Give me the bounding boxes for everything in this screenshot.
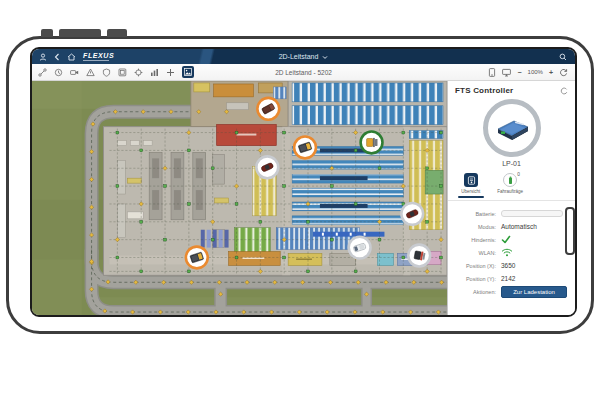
orders-badge: 0 <box>517 172 520 177</box>
history-icon[interactable] <box>54 68 63 77</box>
tab-uebersicht[interactable]: Übersicht <box>458 173 484 198</box>
zur-ladestation-button[interactable]: Zur Ladestation <box>501 286 567 298</box>
active-tab-underline <box>458 196 484 198</box>
field-batterie: Batterie: <box>448 207 569 220</box>
vehicle-marker-truck[interactable] <box>257 97 280 120</box>
tablet-screen: FLEXUS 2D-Leitstand <box>30 47 577 317</box>
vehicle-marker-van[interactable] <box>348 236 371 259</box>
shield-icon[interactable] <box>102 68 111 77</box>
orders-icon: 0 <box>503 173 517 187</box>
vehicle-marker-agv[interactable] <box>185 246 208 269</box>
zone-orange <box>214 84 254 97</box>
panel-title: FTS Controller <box>455 86 513 95</box>
vehicle-marker-agv[interactable] <box>294 136 317 159</box>
zoom-level: 100% <box>528 69 543 75</box>
check-icon <box>501 235 511 244</box>
map-view-button-selected[interactable] <box>182 66 194 78</box>
field-position-x: Position (X): 3650 <box>448 259 569 272</box>
tablet-side-slot <box>565 207 575 255</box>
map-image-icon <box>184 68 192 76</box>
zoom-in-button[interactable]: + <box>549 69 553 76</box>
search-icon[interactable] <box>559 53 567 61</box>
mute-button <box>107 29 127 37</box>
factory-map[interactable] <box>32 81 447 316</box>
vehicle-marker-forklift-yellow[interactable] <box>360 131 383 154</box>
agv-vehicle-image <box>492 113 532 143</box>
layers-icon[interactable] <box>118 68 127 77</box>
reset-view-icon[interactable] <box>559 68 568 77</box>
volume-button <box>59 29 101 37</box>
vehicle-marker-forklift-dark[interactable] <box>408 244 431 267</box>
zone-yellow-small <box>194 83 210 92</box>
document-icon[interactable] <box>488 68 496 77</box>
power-button <box>41 29 53 37</box>
warning-icon[interactable] <box>86 68 95 77</box>
zoom-out-button[interactable]: − <box>517 69 521 76</box>
camera-icon[interactable] <box>70 68 79 77</box>
rack-blue-upper <box>292 83 443 102</box>
battery-bar <box>501 210 563 217</box>
route-icon[interactable] <box>38 68 47 77</box>
chevron-down-icon <box>322 55 328 60</box>
field-hindernis: Hindernis: <box>448 233 569 246</box>
vehicle-marker-car[interactable] <box>256 156 279 179</box>
field-modus: Modus: Automatisch <box>448 220 569 233</box>
stats-icon[interactable] <box>150 68 159 77</box>
page-title: 2D-Leitstand <box>279 53 319 60</box>
monitor-icon[interactable] <box>502 68 511 77</box>
wifi-icon <box>501 248 513 257</box>
vehicle-marker-car[interactable] <box>401 202 424 225</box>
factory-map-canvas <box>32 81 447 316</box>
overview-icon <box>464 173 478 187</box>
field-position-y: Position (Y): 2142 <box>448 272 569 285</box>
field-wlan: WLAN: <box>448 246 569 259</box>
add-icon[interactable] <box>166 68 175 77</box>
vehicle-avatar <box>483 99 541 157</box>
app-header: FLEXUS 2D-Leitstand <box>32 49 575 64</box>
vehicle-id: LP-01 <box>448 160 575 167</box>
map-toolbar: 2D Leitstand - 5202 − 100% + <box>32 64 575 81</box>
tab-fahrauftraege[interactable]: 0 Fahraufträge <box>497 173 523 198</box>
fts-controller-panel: FTS Controller LP-01 <box>447 81 575 315</box>
target-icon[interactable] <box>134 68 143 77</box>
refresh-icon[interactable] <box>560 87 568 95</box>
tablet-frame: FLEXUS 2D-Leitstand <box>6 36 594 334</box>
field-aktionen: Aktionen: Zur Ladestation <box>448 285 569 298</box>
header-title-wrap[interactable]: 2D-Leitstand <box>32 53 575 60</box>
